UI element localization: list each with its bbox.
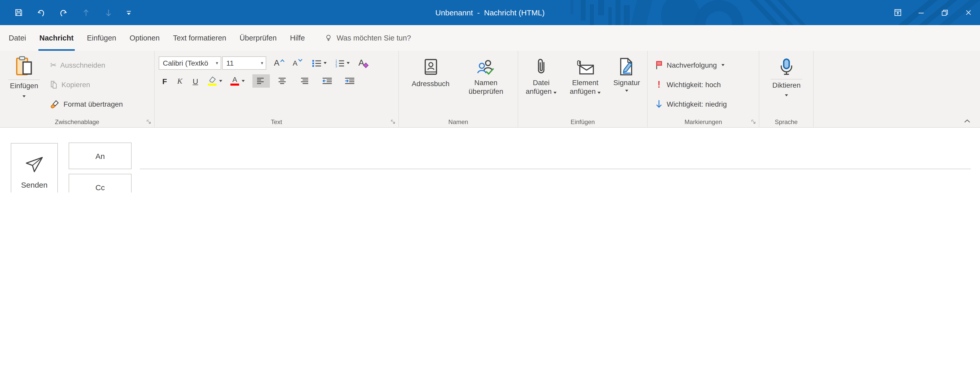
- outlook-compose-window: Unbenannt - Nachricht (HTML) Datei Na: [0, 0, 980, 193]
- tab-einfuegen[interactable]: Einfügen: [80, 25, 123, 51]
- group-einfuegen: Datei anfügen Element anfügen: [518, 51, 648, 127]
- tab-text-formatieren[interactable]: Text formatieren: [166, 25, 233, 51]
- tab-optionen[interactable]: Optionen: [123, 25, 166, 51]
- dialog-launcher-icon[interactable]: [751, 119, 756, 125]
- align-center-button[interactable]: [274, 74, 291, 88]
- attach-item-button[interactable]: Element anfügen: [563, 54, 607, 96]
- group-label: Einfügen: [518, 118, 647, 126]
- tell-me-label: Was möchten Sie tun?: [337, 34, 411, 42]
- tab-nachricht[interactable]: Nachricht: [33, 25, 80, 51]
- bullets-button[interactable]: [310, 56, 328, 70]
- collapse-ribbon-icon[interactable]: [964, 119, 971, 123]
- bold-button[interactable]: F: [161, 74, 169, 88]
- dropdown-arrow[interactable]: [625, 90, 628, 92]
- quick-access-toolbar: [0, 0, 137, 25]
- dictate-button[interactable]: Diktieren: [764, 54, 810, 96]
- dialog-launcher-icon[interactable]: [390, 119, 396, 125]
- paste-button[interactable]: Einfügen: [4, 54, 44, 97]
- attach-file-button[interactable]: Datei anfügen: [520, 54, 562, 96]
- tab-ueberpruefen[interactable]: Überprüfen: [233, 25, 283, 51]
- cut-button: ✂ Ausschneiden: [50, 58, 123, 73]
- highlight-icon: [207, 77, 216, 86]
- title-bar: Unbenannt - Nachricht (HTML): [0, 0, 980, 25]
- redo-icon[interactable]: [52, 0, 75, 25]
- format-painter-icon: [50, 99, 60, 109]
- font-color-dropdown-arrow[interactable]: [242, 80, 245, 82]
- decrease-indent-button[interactable]: [318, 74, 336, 88]
- undo-icon[interactable]: [30, 0, 52, 25]
- highlight-dropdown-arrow[interactable]: [219, 80, 222, 82]
- tab-hilfe[interactable]: Hilfe: [283, 25, 312, 51]
- paste-icon: [14, 54, 33, 77]
- send-button[interactable]: Senden: [11, 143, 58, 193]
- dropdown-arrow[interactable]: [721, 64, 724, 66]
- check-names-icon: [477, 54, 495, 77]
- to-button[interactable]: An: [68, 142, 132, 169]
- chevron-down-icon: ▾: [216, 61, 221, 65]
- chevron-down-icon: ▾: [261, 61, 266, 65]
- send-icon: [24, 156, 45, 173]
- bullets-dropdown-arrow[interactable]: [324, 62, 327, 64]
- signature-button[interactable]: Signatur: [608, 54, 645, 96]
- svg-text:3: 3: [336, 64, 337, 67]
- clear-formatting-button[interactable]: A: [357, 56, 371, 70]
- tell-me-box[interactable]: Was möchten Sie tun?: [325, 25, 411, 51]
- grow-font-button[interactable]: A: [272, 56, 286, 70]
- down-arrow-icon: [655, 99, 663, 109]
- move-down-icon: [97, 0, 120, 25]
- copy-icon: [50, 80, 58, 89]
- group-markierungen: Nachverfolgung ! Wichtigkeit: hoch Wicht…: [648, 51, 759, 127]
- lightbulb-icon: [325, 34, 332, 42]
- scissors-icon: ✂: [50, 61, 57, 70]
- tab-datei[interactable]: Datei: [2, 25, 33, 51]
- attach-item-icon: [576, 54, 595, 77]
- check-names-button[interactable]: Namen überprüfen: [459, 54, 512, 96]
- send-label: Senden: [21, 180, 47, 189]
- message-header: Senden An Cc Bcc 377756406@dev-fd.onegov…: [0, 128, 980, 193]
- restore-button[interactable]: [933, 0, 956, 25]
- minimize-button[interactable]: [909, 0, 933, 25]
- font-color-icon: A: [231, 77, 239, 86]
- dictate-dropdown-arrow[interactable]: [785, 94, 788, 96]
- paste-dropdown-arrow[interactable]: [22, 95, 25, 97]
- shrink-font-button[interactable]: A: [291, 56, 304, 70]
- exclamation-icon: !: [655, 79, 663, 90]
- cc-button[interactable]: Cc: [68, 174, 132, 193]
- save-icon[interactable]: [7, 0, 30, 25]
- copy-button: Kopieren: [50, 77, 123, 92]
- highlight-button[interactable]: [206, 74, 224, 88]
- group-text: Calibri (Textkö ▾ 11 ▾ A A: [154, 51, 399, 127]
- close-button[interactable]: [956, 0, 980, 25]
- numbering-dropdown-arrow[interactable]: [347, 62, 350, 64]
- format-painter-button[interactable]: Format übertragen: [50, 96, 123, 112]
- customize-qat-icon[interactable]: [120, 0, 137, 25]
- underline-button[interactable]: U: [191, 74, 200, 88]
- follow-up-button[interactable]: Nachverfolgung: [655, 58, 759, 73]
- paperclip-icon: [536, 54, 547, 77]
- group-zwischenablage: Einfügen ✂ Ausschneiden Kopieren: [0, 51, 154, 127]
- low-importance-button[interactable]: Wichtigkeit: niedrig: [655, 96, 759, 112]
- align-right-button[interactable]: [296, 74, 313, 88]
- ribbon-display-options-icon[interactable]: [886, 0, 909, 25]
- group-label: Namen: [399, 118, 518, 126]
- flag-icon: [655, 61, 663, 70]
- group-label: Text: [154, 118, 398, 126]
- window-controls: [886, 0, 980, 25]
- window-title: Unbenannt - Nachricht (HTML): [0, 0, 980, 25]
- increase-indent-button[interactable]: [340, 74, 359, 88]
- address-book-button[interactable]: Adressbuch: [404, 54, 457, 96]
- dropdown-arrow[interactable]: [598, 92, 601, 94]
- dropdown-arrow[interactable]: [554, 92, 557, 94]
- high-importance-button[interactable]: ! Wichtigkeit: hoch: [655, 77, 759, 92]
- font-color-button[interactable]: A: [229, 74, 246, 88]
- to-field[interactable]: [140, 169, 971, 169]
- group-label: Sprache: [759, 118, 813, 126]
- microphone-icon: [779, 54, 794, 77]
- font-name-select[interactable]: Calibri (Textkö ▾: [159, 56, 221, 70]
- numbering-button[interactable]: 123: [333, 56, 351, 70]
- italic-button[interactable]: K: [176, 74, 184, 88]
- font-size-select[interactable]: 11 ▾: [222, 56, 266, 70]
- dialog-launcher-icon[interactable]: [146, 119, 151, 125]
- align-left-button[interactable]: [253, 74, 270, 88]
- ribbon-tab-row: Datei Nachricht Einfügen Optionen Text f…: [0, 25, 980, 51]
